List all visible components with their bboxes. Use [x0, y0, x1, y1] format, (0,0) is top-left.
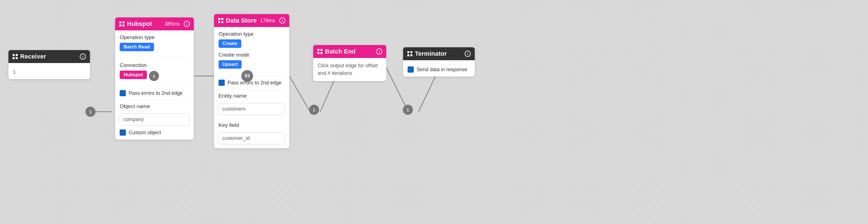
batchend-title: Batch End	[325, 48, 355, 55]
svg-rect-21	[320, 49, 322, 51]
hubspot-custom-object-label: Custom object	[129, 130, 161, 136]
datastore-title: Data Store	[226, 17, 257, 24]
datastore-node: Data Store 178ms i Operation type Create…	[214, 14, 289, 148]
terminator-send-data-label: Send data in response	[416, 67, 467, 73]
batchend-description: Click output edge for offset and # itera…	[318, 62, 382, 77]
terminator-send-data-row: Send data in response	[408, 66, 470, 73]
connector-dot-93: 93	[241, 70, 253, 82]
hubspot-info-icon[interactable]: i	[184, 21, 190, 27]
receiver-info-icon[interactable]: i	[80, 53, 86, 60]
hubspot-divider3	[120, 100, 189, 100]
receiver-header: Receiver i	[8, 50, 90, 63]
hubspot-grid-icon	[119, 21, 125, 27]
hubspot-pass-errors-checkbox[interactable]	[120, 90, 126, 96]
datastore-create-mode-badge[interactable]: Upsert	[219, 60, 242, 69]
datastore-divider3	[219, 118, 285, 119]
hubspot-connection-badge[interactable]: Hubspot	[120, 71, 147, 79]
svg-rect-18	[218, 21, 220, 23]
datastore-divider2	[219, 89, 285, 89]
datastore-entity-name-input[interactable]	[219, 103, 285, 115]
hubspot-title: Hubspot	[127, 20, 152, 28]
datastore-entity-name-label: Entity name	[219, 93, 285, 99]
terminator-send-data-checkbox[interactable]	[408, 66, 414, 73]
hubspot-pass-errors-label: Pass errors to 2nd edge	[129, 90, 183, 96]
hubspot-divider2	[120, 86, 189, 87]
connector-dot-5: 1	[403, 105, 413, 115]
hubspot-header: Hubspot 385ms i	[115, 18, 194, 30]
svg-rect-16	[218, 18, 220, 20]
hubspot-object-name-input[interactable]	[120, 113, 189, 125]
hubspot-connection-label: Connection	[120, 62, 189, 68]
receiver-node: Receiver i 1	[8, 50, 90, 79]
terminator-grid-icon	[407, 51, 413, 57]
datastore-pass-errors-row: Pass errors to 2nd edge	[219, 80, 285, 86]
svg-rect-27	[410, 54, 412, 56]
terminator-title: Terminator	[415, 50, 447, 57]
batchend-info-icon[interactable]: i	[376, 48, 382, 55]
svg-rect-23	[320, 52, 322, 54]
datastore-key-field-input[interactable]	[219, 132, 285, 144]
svg-rect-20	[317, 49, 319, 51]
datastore-header: Data Store 178ms i	[214, 14, 289, 27]
svg-rect-26	[407, 54, 409, 56]
svg-rect-17	[221, 18, 223, 20]
receiver-title: Receiver	[20, 53, 46, 60]
svg-line-7	[418, 71, 438, 112]
svg-rect-25	[410, 51, 412, 53]
hubspot-pass-errors-row: Pass errors to 2nd edge	[120, 90, 189, 96]
svg-rect-11	[16, 57, 18, 59]
datastore-grid-icon	[218, 18, 224, 23]
svg-rect-10	[13, 57, 14, 59]
hubspot-custom-object-row: Custom object	[120, 130, 189, 136]
batchend-grid-icon	[317, 49, 323, 54]
svg-rect-15	[122, 25, 124, 26]
datastore-key-field-label: Key field	[219, 122, 285, 128]
hubspot-custom-object-checkbox[interactable]	[120, 130, 126, 136]
connector-dot-4: 1	[309, 105, 319, 115]
svg-rect-8	[13, 54, 14, 56]
connector-dot-2: 1	[149, 71, 159, 81]
terminator-header: Terminator i	[403, 47, 475, 60]
terminator-node: Terminator i Send data in response	[403, 47, 475, 77]
hubspot-timing: 385ms	[165, 21, 180, 27]
hubspot-operation-type-badge[interactable]: Batch Read	[120, 43, 154, 51]
grid-icon	[12, 54, 18, 59]
datastore-pass-errors-checkbox[interactable]	[219, 80, 225, 86]
batchend-header: Batch End i	[313, 45, 386, 58]
datastore-operation-type-label: Operation type	[219, 31, 285, 37]
svg-rect-12	[119, 21, 121, 23]
connector-dot-1: 1	[85, 107, 95, 117]
datastore-info-icon[interactable]: i	[279, 18, 285, 24]
svg-rect-13	[122, 21, 124, 23]
svg-rect-24	[407, 51, 409, 53]
svg-rect-9	[16, 54, 18, 56]
datastore-pass-errors-label: Pass errors to 2nd edge	[227, 80, 281, 86]
terminator-info-icon[interactable]: i	[465, 51, 471, 57]
svg-rect-19	[221, 21, 223, 23]
hubspot-object-name-label: Object name	[120, 103, 189, 109]
datastore-timing: 178ms	[260, 18, 275, 24]
svg-rect-14	[119, 25, 121, 26]
svg-line-4	[289, 76, 309, 110]
datastore-operation-type-badge[interactable]: Create	[219, 39, 241, 48]
hubspot-operation-type-label: Operation type	[120, 34, 189, 40]
batchend-node: Batch End i Click output edge for offset…	[313, 45, 386, 81]
datastore-create-mode-label: Create mode	[219, 52, 285, 58]
svg-rect-22	[317, 52, 319, 54]
receiver-value: 1	[13, 67, 85, 75]
